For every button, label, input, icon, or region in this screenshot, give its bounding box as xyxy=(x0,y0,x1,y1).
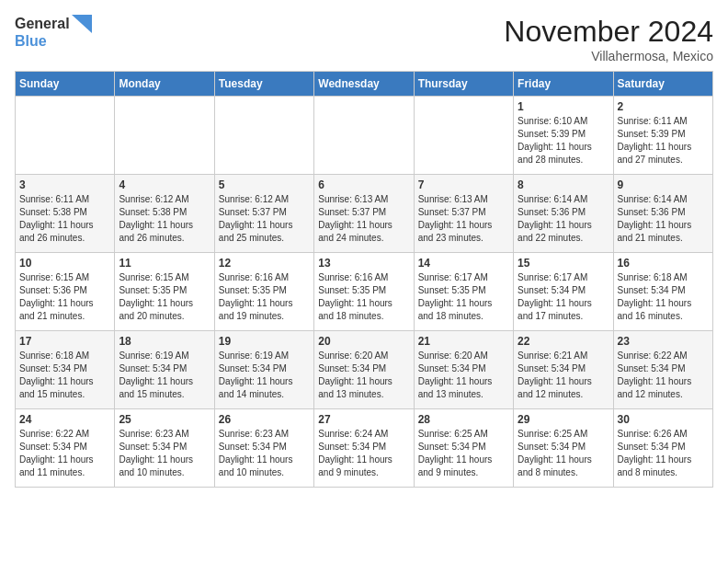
calendar-cell: 3Sunrise: 6:11 AM Sunset: 5:38 PM Daylig… xyxy=(16,175,115,253)
calendar-cell xyxy=(214,97,313,175)
day-number: 6 xyxy=(318,178,409,191)
day-number: 23 xyxy=(618,335,709,348)
day-info: Sunrise: 6:11 AM Sunset: 5:39 PM Dayligh… xyxy=(618,115,709,167)
header: General Blue November 2024 Villahermosa,… xyxy=(15,15,713,63)
day-info: Sunrise: 6:12 AM Sunset: 5:38 PM Dayligh… xyxy=(119,193,210,245)
day-number: 22 xyxy=(518,335,609,348)
day-info: Sunrise: 6:17 AM Sunset: 5:34 PM Dayligh… xyxy=(518,271,609,323)
day-info: Sunrise: 6:16 AM Sunset: 5:35 PM Dayligh… xyxy=(219,271,310,323)
day-number: 4 xyxy=(119,178,210,191)
day-info: Sunrise: 6:16 AM Sunset: 5:35 PM Dayligh… xyxy=(318,271,409,323)
day-info: Sunrise: 6:10 AM Sunset: 5:39 PM Dayligh… xyxy=(518,115,609,167)
calendar-cell: 25Sunrise: 6:23 AM Sunset: 5:34 PM Dayli… xyxy=(115,409,214,488)
day-info: Sunrise: 6:24 AM Sunset: 5:34 PM Dayligh… xyxy=(318,428,409,479)
day-number: 14 xyxy=(418,257,509,270)
day-info: Sunrise: 6:19 AM Sunset: 5:34 PM Dayligh… xyxy=(219,350,310,401)
day-info: Sunrise: 6:23 AM Sunset: 5:34 PM Dayligh… xyxy=(119,428,210,479)
day-number: 21 xyxy=(418,335,509,348)
calendar-cell: 1Sunrise: 6:10 AM Sunset: 5:39 PM Daylig… xyxy=(514,97,613,175)
day-number: 19 xyxy=(219,335,310,348)
calendar-cell: 13Sunrise: 6:16 AM Sunset: 5:35 PM Dayli… xyxy=(314,253,414,331)
calendar-cell: 30Sunrise: 6:26 AM Sunset: 5:34 PM Dayli… xyxy=(613,409,712,488)
day-number: 20 xyxy=(318,335,409,348)
calendar-cell: 6Sunrise: 6:13 AM Sunset: 5:37 PM Daylig… xyxy=(314,175,414,253)
calendar-cell: 29Sunrise: 6:25 AM Sunset: 5:34 PM Dayli… xyxy=(514,409,613,488)
calendar-cell: 10Sunrise: 6:15 AM Sunset: 5:36 PM Dayli… xyxy=(16,253,115,331)
calendar-cell: 20Sunrise: 6:20 AM Sunset: 5:34 PM Dayli… xyxy=(314,331,414,409)
day-info: Sunrise: 6:25 AM Sunset: 5:34 PM Dayligh… xyxy=(518,428,609,479)
day-number: 24 xyxy=(19,413,110,426)
day-info: Sunrise: 6:14 AM Sunset: 5:36 PM Dayligh… xyxy=(518,193,609,245)
day-number: 28 xyxy=(418,413,509,426)
day-number: 1 xyxy=(518,100,609,113)
day-number: 10 xyxy=(19,257,110,270)
logo-general: General xyxy=(15,16,70,32)
calendar-cell: 21Sunrise: 6:20 AM Sunset: 5:34 PM Dayli… xyxy=(414,331,513,409)
svg-marker-0 xyxy=(72,15,92,33)
header-tuesday: Tuesday xyxy=(214,72,313,97)
calendar-cell: 15Sunrise: 6:17 AM Sunset: 5:34 PM Dayli… xyxy=(514,253,613,331)
day-number: 11 xyxy=(119,257,210,270)
calendar-cell: 16Sunrise: 6:18 AM Sunset: 5:34 PM Dayli… xyxy=(613,253,712,331)
header-friday: Friday xyxy=(514,72,613,97)
calendar-cell: 11Sunrise: 6:15 AM Sunset: 5:35 PM Dayli… xyxy=(115,253,214,331)
day-info: Sunrise: 6:12 AM Sunset: 5:37 PM Dayligh… xyxy=(219,193,310,245)
calendar-week-2: 10Sunrise: 6:15 AM Sunset: 5:36 PM Dayli… xyxy=(16,253,713,331)
header-sunday: Sunday xyxy=(16,72,115,97)
calendar-cell: 17Sunrise: 6:18 AM Sunset: 5:34 PM Dayli… xyxy=(16,331,115,409)
day-number: 17 xyxy=(19,335,110,348)
day-info: Sunrise: 6:26 AM Sunset: 5:34 PM Dayligh… xyxy=(618,428,709,479)
calendar-cell: 18Sunrise: 6:19 AM Sunset: 5:34 PM Dayli… xyxy=(115,331,214,409)
day-number: 27 xyxy=(318,413,409,426)
logo-blue: Blue xyxy=(15,33,47,49)
calendar-cell: 4Sunrise: 6:12 AM Sunset: 5:38 PM Daylig… xyxy=(115,175,214,253)
calendar-cell xyxy=(16,97,115,175)
calendar-cell: 12Sunrise: 6:16 AM Sunset: 5:35 PM Dayli… xyxy=(214,253,313,331)
logo-arrow-icon xyxy=(72,15,92,33)
month-title: November 2024 xyxy=(504,15,713,49)
day-number: 15 xyxy=(518,257,609,270)
calendar-cell xyxy=(414,97,513,175)
day-info: Sunrise: 6:13 AM Sunset: 5:37 PM Dayligh… xyxy=(418,193,509,245)
calendar-cell: 22Sunrise: 6:21 AM Sunset: 5:34 PM Dayli… xyxy=(514,331,613,409)
day-number: 16 xyxy=(618,257,709,270)
calendar-week-3: 17Sunrise: 6:18 AM Sunset: 5:34 PM Dayli… xyxy=(16,331,713,409)
calendar-week-1: 3Sunrise: 6:11 AM Sunset: 5:38 PM Daylig… xyxy=(16,175,713,253)
calendar-cell: 5Sunrise: 6:12 AM Sunset: 5:37 PM Daylig… xyxy=(214,175,313,253)
day-number: 13 xyxy=(318,257,409,270)
day-number: 25 xyxy=(119,413,210,426)
day-number: 7 xyxy=(418,178,509,191)
day-info: Sunrise: 6:13 AM Sunset: 5:37 PM Dayligh… xyxy=(318,193,409,245)
header-wednesday: Wednesday xyxy=(314,72,414,97)
calendar-cell: 14Sunrise: 6:17 AM Sunset: 5:35 PM Dayli… xyxy=(414,253,513,331)
day-info: Sunrise: 6:14 AM Sunset: 5:36 PM Dayligh… xyxy=(618,193,709,245)
day-info: Sunrise: 6:20 AM Sunset: 5:34 PM Dayligh… xyxy=(418,350,509,401)
calendar-cell xyxy=(115,97,214,175)
day-info: Sunrise: 6:15 AM Sunset: 5:35 PM Dayligh… xyxy=(119,271,210,323)
calendar-cell: 2Sunrise: 6:11 AM Sunset: 5:39 PM Daylig… xyxy=(613,97,712,175)
calendar-cell: 24Sunrise: 6:22 AM Sunset: 5:34 PM Dayli… xyxy=(16,409,115,488)
calendar-header-row: SundayMondayTuesdayWednesdayThursdayFrid… xyxy=(16,72,713,97)
calendar-cell: 26Sunrise: 6:23 AM Sunset: 5:34 PM Dayli… xyxy=(214,409,313,488)
calendar-cell: 8Sunrise: 6:14 AM Sunset: 5:36 PM Daylig… xyxy=(514,175,613,253)
day-info: Sunrise: 6:18 AM Sunset: 5:34 PM Dayligh… xyxy=(618,271,709,323)
header-saturday: Saturday xyxy=(613,72,712,97)
day-info: Sunrise: 6:17 AM Sunset: 5:35 PM Dayligh… xyxy=(418,271,509,323)
day-number: 30 xyxy=(618,413,709,426)
day-info: Sunrise: 6:11 AM Sunset: 5:38 PM Dayligh… xyxy=(19,193,110,245)
logo: General Blue xyxy=(15,15,92,50)
calendar-cell xyxy=(314,97,414,175)
day-info: Sunrise: 6:23 AM Sunset: 5:34 PM Dayligh… xyxy=(219,428,310,479)
calendar-cell: 7Sunrise: 6:13 AM Sunset: 5:37 PM Daylig… xyxy=(414,175,513,253)
calendar-cell: 28Sunrise: 6:25 AM Sunset: 5:34 PM Dayli… xyxy=(414,409,513,488)
header-thursday: Thursday xyxy=(414,72,513,97)
calendar-cell: 23Sunrise: 6:22 AM Sunset: 5:34 PM Dayli… xyxy=(613,331,712,409)
day-number: 29 xyxy=(518,413,609,426)
day-info: Sunrise: 6:22 AM Sunset: 5:34 PM Dayligh… xyxy=(19,428,110,479)
day-info: Sunrise: 6:19 AM Sunset: 5:34 PM Dayligh… xyxy=(119,350,210,401)
calendar-week-0: 1Sunrise: 6:10 AM Sunset: 5:39 PM Daylig… xyxy=(16,97,713,175)
day-info: Sunrise: 6:25 AM Sunset: 5:34 PM Dayligh… xyxy=(418,428,509,479)
header-monday: Monday xyxy=(115,72,214,97)
day-number: 5 xyxy=(219,178,310,191)
day-number: 8 xyxy=(518,178,609,191)
